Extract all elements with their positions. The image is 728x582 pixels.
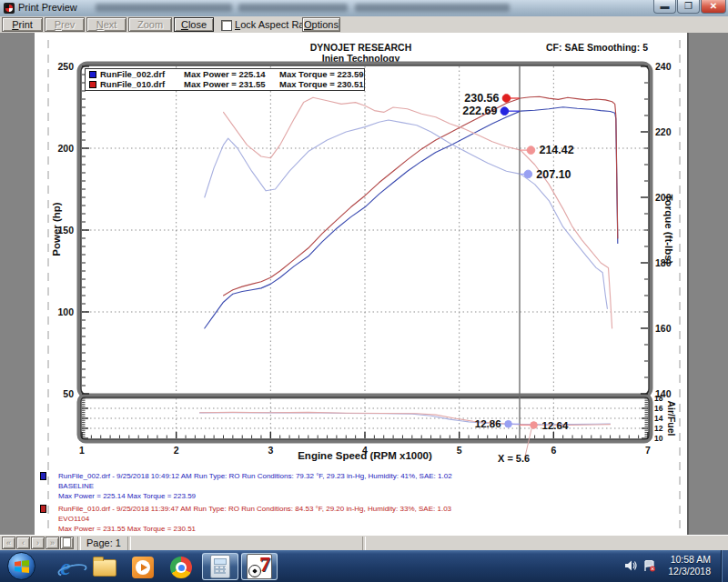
next-button[interactable]: Next [86,17,126,32]
zoom-out-button[interactable]: Zoom Out [128,17,172,32]
run-maxima: Max Power = 225.14 Max Torque = 223.59 [58,491,672,501]
statusbar: « ‹ › » Page: 1 [0,535,728,551]
page-setup-button[interactable] [60,537,74,549]
clock[interactable]: 10:58 AM 12/3/2018 [668,554,711,577]
airfuel-axis-title: Air/Fuel [666,400,677,436]
legend-row: RunFile_002.drf Max Power = 225.14 Max T… [86,69,364,79]
annotation-label: 230.56 [464,92,499,105]
close-window-button[interactable]: ✕ [701,0,726,14]
calculator-icon [210,555,230,578]
power-tick-label: 200 [57,143,74,154]
nav-last-button[interactable]: » [46,537,59,549]
restore-button[interactable]: ❐ [677,0,700,14]
legend-max-torque: Max Torque = 230.51 [279,79,364,89]
run-swatch-red [40,505,46,513]
torque-axis-title: Torque (ft-lbs) [663,194,674,264]
run-maxima: Max Power = 231.55 Max Torque = 230.51 [58,524,672,534]
statusbar-divider [362,537,366,550]
legend-max-torque: Max Torque = 223.59 [279,69,364,79]
torque-tick-label: 220 [655,126,672,137]
airfuel-tick-label: 10 [654,434,663,443]
redacted-title-text [96,4,232,12]
legend-swatch-blue [89,71,96,78]
airfuel-tick-label: 16 [654,404,663,413]
annotation-label: 12.86 [475,418,501,429]
annotation-dot [505,420,512,427]
annotation-dot [500,107,509,115]
prev-button[interactable]: Prev [45,17,85,32]
legend-file: RunFile_010.drf [100,79,165,89]
run-conditions: RunFile_002.drf - 9/25/2018 10:49:12 AM … [58,471,672,481]
annotation-label: 12.64 [542,420,569,431]
chrome-icon [170,557,192,578]
taskbar-item-dynojet[interactable]: 7 [241,553,278,580]
app-icon [4,3,15,14]
legend-file: RunFile_002.drf [100,69,165,79]
annotation-dot [502,95,511,103]
nav-next-button[interactable]: › [31,537,45,549]
run-conditions: RunFile_010.drf - 9/25/2018 11:39:47 AM … [58,504,672,514]
curve-RunFile_002 Power [205,107,618,328]
curve-RunFile_010 Power [224,96,618,296]
nav-first-button[interactable]: « [2,537,15,549]
start-button[interactable] [7,552,35,580]
legend-max-power: Max Power = 231.55 [184,79,266,89]
clock-time: 10:58 AM [668,554,711,566]
redacted-title-text [355,4,510,12]
annotation-label: 207.10 [536,168,571,181]
toolbar: Print Prev Next Zoom Out Close Lock Aspe… [0,16,728,34]
run-label: BASELINE [58,481,672,491]
annotation-dot [531,422,538,429]
lock-aspect-checkbox[interactable] [221,20,232,31]
annotation-dot [524,170,532,178]
legend-swatch-red [89,81,96,88]
annotation-dot [527,146,535,155]
run-info-1: RunFile_002.drf - 9/25/2018 10:49:12 AM … [35,471,672,501]
run-info-2: RunFile_010.drf - 9/25/2018 11:39:47 AM … [35,504,672,534]
window-title: Print Preview [18,2,77,13]
statusbar-divider [127,537,131,550]
nav-prev-button[interactable]: ‹ [16,537,30,549]
airfuel-tick-label: 18 [654,394,663,403]
media-player-icon [132,557,154,578]
page: DYNOJET RESEARCH Injen Technology CF: SA… [35,33,687,535]
window-titlebar[interactable]: Print Preview ▬ ❐ ✕ [0,0,728,17]
taskbar-item-media[interactable] [127,556,158,579]
taskbar: e 7 10:58 AM 12/3/2018 [0,550,728,582]
windows-logo-icon [14,559,30,574]
power-tick-label: 250 [57,61,74,72]
action-center-icon[interactable] [643,560,656,572]
page-indicator: Page: 1 [86,537,121,548]
torque-tick-label: 160 [655,323,672,334]
airfuel-tick-label: 14 [654,414,663,423]
volume-icon[interactable] [625,560,638,571]
x-axis-title: Engine Speed (RPM x1000) [82,450,648,461]
folder-icon [93,559,116,577]
annotation-label: 214.42 [539,144,573,156]
options-button[interactable]: Options [302,17,340,32]
airfuel-tick-label: 12 [654,424,663,433]
statusbar-divider [77,537,81,550]
redacted-title-text [238,4,348,12]
legend-max-power: Max Power = 225.14 [184,69,266,79]
power-tick-label: 50 [63,388,74,399]
taskbar-item-ie[interactable]: e [50,556,81,579]
power-axis-title: Power (hp) [51,202,62,256]
taskbar-item-calculator[interactable] [202,553,238,580]
preview-area: DYNOJET RESEARCH Injen Technology CF: SA… [0,33,728,535]
show-desktop-button[interactable] [721,550,728,582]
dynojet-app-icon: 7 [247,554,272,579]
close-button[interactable]: Close [174,17,214,32]
torque-tick-label: 240 [655,61,672,72]
run-swatch-blue [40,472,46,480]
legend-row: RunFile_010.drf Max Power = 231.55 Max T… [86,79,364,89]
power-tick-label: 100 [57,306,74,317]
taskbar-item-chrome[interactable] [166,556,197,579]
internet-explorer-icon: e [60,557,71,578]
legend: RunFile_002.drf Max Power = 225.14 Max T… [85,68,365,91]
taskbar-item-explorer[interactable] [89,556,120,579]
clock-date: 12/3/2018 [668,566,711,577]
minimize-button[interactable]: ▬ [653,0,676,14]
print-button[interactable]: Print [2,17,43,32]
document-icon [63,537,71,547]
